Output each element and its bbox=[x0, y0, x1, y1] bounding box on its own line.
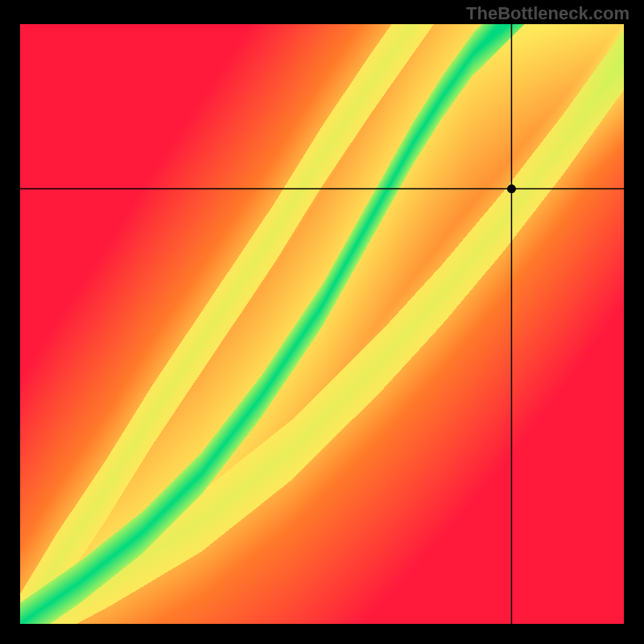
heatmap-canvas bbox=[20, 24, 624, 624]
watermark-text: TheBottleneck.com bbox=[466, 3, 630, 24]
chart-frame: TheBottleneck.com bbox=[0, 0, 644, 644]
